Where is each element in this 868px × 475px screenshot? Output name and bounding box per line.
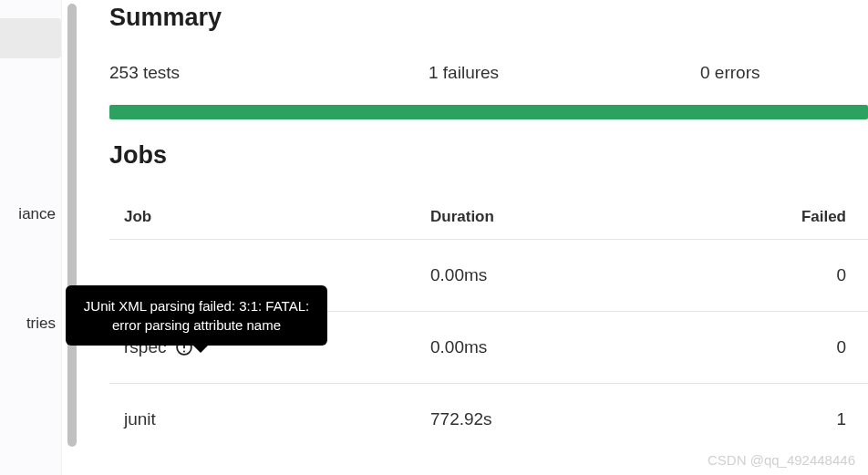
scrollbar-thumb[interactable] <box>67 4 77 447</box>
progress-bar <box>109 105 868 119</box>
scrollbar-track[interactable] <box>62 0 82 475</box>
sidebar-top-block <box>0 18 61 58</box>
job-name: junit <box>124 409 156 429</box>
col-header-failed: Failed <box>777 208 853 226</box>
job-duration: 0.00ms <box>430 265 777 285</box>
job-failed: 1 <box>777 409 853 429</box>
summary-stats: 253 tests 1 failures 0 errors <box>109 63 868 83</box>
job-failed: 0 <box>777 337 853 357</box>
jobs-table-header: Job Duration Failed <box>109 195 868 239</box>
job-duration: 0.00ms <box>430 337 777 357</box>
col-header-job: Job <box>124 208 430 226</box>
sidebar-item-registries[interactable]: tries <box>18 311 61 336</box>
main-content: Summary 253 tests 1 failures 0 errors Jo… <box>82 0 868 475</box>
job-failed: 0 <box>777 265 853 285</box>
col-header-duration: Duration <box>430 208 777 226</box>
sidebar-item-compliance[interactable]: iance <box>18 201 61 227</box>
summary-errors: 0 errors <box>700 63 868 83</box>
table-row[interactable]: junit 772.92s 1 <box>109 383 868 455</box>
svg-point-2 <box>183 350 185 352</box>
job-duration: 772.92s <box>430 409 777 429</box>
jobs-heading: Jobs <box>109 141 868 170</box>
tooltip: JUnit XML parsing failed: 3:1: FATAL: er… <box>66 285 327 346</box>
sidebar: iance tries <box>0 0 62 475</box>
summary-heading: Summary <box>109 4 868 32</box>
summary-tests: 253 tests <box>109 63 429 83</box>
summary-failures: 1 failures <box>429 63 700 83</box>
tooltip-text: JUnit XML parsing failed: 3:1: FATAL: er… <box>84 298 309 333</box>
